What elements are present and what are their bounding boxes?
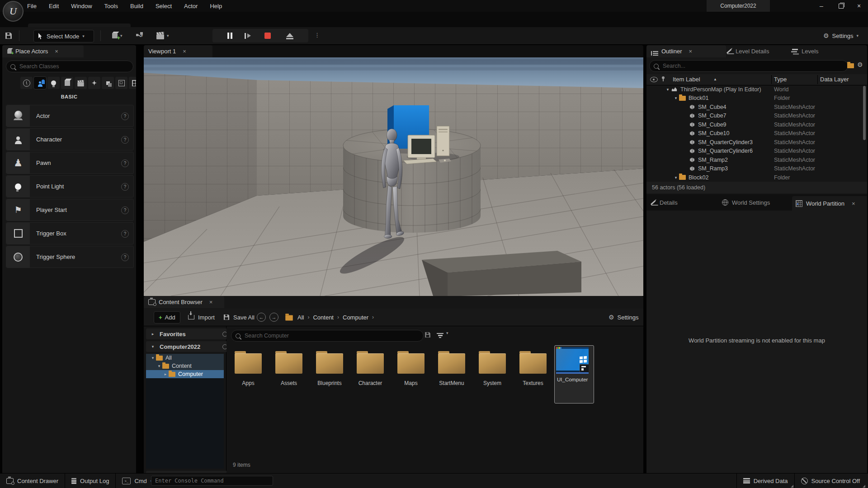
menu-edit[interactable]: Edit: [49, 3, 59, 9]
save-all-button[interactable]: Save All: [223, 309, 255, 326]
breadcrumb-all[interactable]: All: [297, 314, 304, 321]
help-badge[interactable]: ?: [121, 113, 129, 120]
play-options-kebab[interactable]: ⋮: [314, 32, 320, 38]
toolbar-settings-button[interactable]: Settings: [832, 33, 854, 39]
filter-button[interactable]: ▾: [437, 331, 448, 335]
outliner-row-sm-cube10[interactable]: SM_Cube10 StaticMeshActor: [646, 129, 863, 138]
save-level-button[interactable]: [5, 33, 12, 39]
pin-icon[interactable]: [662, 76, 665, 79]
search-assets-input[interactable]: [244, 332, 419, 339]
content-browser-settings-button[interactable]: ⚙ Settings: [609, 309, 639, 326]
details-tab[interactable]: Details: [650, 194, 678, 211]
place-item-trigger-sphere[interactable]: Trigger Sphere ?: [6, 246, 134, 268]
close-button[interactable]: ×: [850, 0, 868, 12]
folder-tile-startmenu[interactable]: StartMenu: [431, 345, 472, 404]
place-item-player-start[interactable]: ⚑ Player Start ?: [6, 199, 134, 221]
outliner-row-block01[interactable]: ▾ Block01 Folder: [646, 94, 863, 103]
import-button[interactable]: Import: [188, 309, 215, 326]
place-item-pawn[interactable]: ♟ Pawn ?: [6, 152, 134, 174]
chevron-down-icon[interactable]: ▾: [167, 33, 169, 38]
close-icon[interactable]: ×: [55, 48, 58, 55]
menu-tools[interactable]: Tools: [104, 3, 118, 9]
help-badge[interactable]: ?: [121, 136, 129, 144]
tree-item-content[interactable]: ▾ Content: [146, 362, 224, 370]
world-partition-tab[interactable]: World Partition ×: [792, 196, 867, 211]
minimize-button[interactable]: –: [812, 0, 830, 12]
add-actor-button[interactable]: [112, 33, 118, 38]
outliner-row-sm-quartercylinder3[interactable]: SM_QuarterCylinder3 StaticMeshActor: [646, 138, 863, 147]
viewport-tab[interactable]: Viewport 1 ×: [144, 45, 212, 57]
folder-tile-assets[interactable]: Assets: [269, 345, 309, 404]
eye-icon[interactable]: [650, 77, 658, 82]
close-icon[interactable]: ×: [689, 48, 693, 55]
project-header[interactable]: ▾ Computer2022: [146, 341, 231, 352]
column-type[interactable]: Type: [774, 76, 787, 83]
menu-help[interactable]: Help: [210, 3, 222, 9]
column-item-label[interactable]: Item Label: [673, 76, 700, 83]
folder-tile-maps[interactable]: Maps: [391, 345, 431, 404]
outliner-scrollbar[interactable]: [863, 86, 866, 140]
help-badge[interactable]: ?: [121, 160, 129, 167]
outliner-settings-icon[interactable]: ⚙: [857, 61, 863, 68]
breadcrumb-content[interactable]: Content: [313, 314, 334, 321]
help-badge[interactable]: ?: [121, 253, 129, 261]
help-badge[interactable]: ?: [121, 183, 129, 191]
blueprints-button[interactable]: [136, 34, 138, 36]
cinematics-button[interactable]: [156, 34, 164, 39]
save-search-icon[interactable]: [425, 332, 430, 338]
select-mode-dropdown[interactable]: Select Mode ▾: [33, 30, 94, 42]
console-command-input[interactable]: [151, 476, 273, 486]
breadcrumb-computer[interactable]: Computer: [343, 314, 368, 321]
category-basic-button[interactable]: [34, 77, 46, 89]
add-button[interactable]: + Add: [154, 311, 180, 324]
favorites-header[interactable]: ▸ Favorites: [146, 328, 231, 339]
category-shapes-button[interactable]: [61, 77, 73, 89]
outliner-row-sm-quartercylinder6[interactable]: SM_QuarterCylinder6 StaticMeshActor: [646, 147, 863, 156]
outliner-row-sm-ramp2[interactable]: SM_Ramp2 StaticMeshActor: [646, 155, 863, 164]
expander[interactable]: ▾: [673, 96, 679, 100]
category-lights-button[interactable]: [47, 77, 60, 89]
folder-tile-character[interactable]: Character: [350, 345, 391, 404]
world-settings-tab[interactable]: World Settings: [722, 194, 770, 211]
category-recent-button[interactable]: [20, 77, 33, 89]
frame-skip-button[interactable]: [245, 33, 246, 39]
viewport-scene[interactable]: [144, 57, 643, 296]
outliner-row-block02[interactable]: ▾ Block02 Folder: [646, 173, 863, 182]
stop-button[interactable]: [264, 33, 271, 39]
place-item-actor[interactable]: Actor ?: [6, 105, 134, 127]
place-actors-tab[interactable]: Place Actors ×: [2, 45, 84, 57]
menu-window[interactable]: Window: [71, 3, 92, 9]
close-icon[interactable]: ×: [183, 48, 186, 55]
restore-button[interactable]: [832, 0, 850, 12]
tree-item-all[interactable]: ▾ All: [146, 354, 224, 362]
search-classes-box[interactable]: [6, 61, 133, 72]
expander[interactable]: ▾: [673, 175, 679, 180]
folder-tile-textures[interactable]: Textures: [513, 345, 553, 404]
outliner-search-box[interactable]: [649, 60, 848, 72]
eject-button[interactable]: [286, 33, 293, 37]
outliner-tab[interactable]: Outliner ×: [646, 45, 726, 57]
source-control-button[interactable]: Source Control Off: [795, 474, 866, 488]
outliner-row-sm-ramp3[interactable]: SM_Ramp3 StaticMeshActor: [646, 164, 863, 174]
search-assets-box[interactable]: [231, 330, 424, 342]
content-browser-tab[interactable]: Content Browser ×: [144, 296, 224, 308]
unreal-logo-icon[interactable]: U: [3, 1, 24, 22]
category-geometry-button[interactable]: [102, 77, 114, 89]
category-volumes-button[interactable]: [115, 77, 127, 89]
place-item-trigger-box[interactable]: Trigger Box ?: [6, 222, 134, 244]
outliner-search-input[interactable]: [662, 62, 844, 70]
outliner-row-sm-cube9[interactable]: SM_Cube9 StaticMeshActor: [646, 120, 863, 129]
back-button[interactable]: ←: [257, 313, 266, 322]
place-item-point-light[interactable]: Point Light ?: [6, 175, 134, 197]
category-vfx-button[interactable]: [88, 77, 100, 89]
column-data-layer[interactable]: Data Layer: [820, 76, 849, 83]
derived-data-button[interactable]: Derived Data: [737, 474, 794, 488]
category-cinematic-button[interactable]: [75, 77, 87, 89]
menu-build[interactable]: Build: [130, 3, 143, 9]
outliner-row-sm-cube4[interactable]: SM_Cube4 StaticMeshActor: [646, 103, 863, 112]
menu-file[interactable]: File: [27, 3, 37, 9]
tree-item-computer[interactable]: ▸ Computer: [146, 370, 224, 378]
help-badge[interactable]: ?: [121, 230, 129, 238]
menu-actor[interactable]: Actor: [184, 3, 198, 9]
folder-tile-system[interactable]: System: [472, 345, 513, 404]
